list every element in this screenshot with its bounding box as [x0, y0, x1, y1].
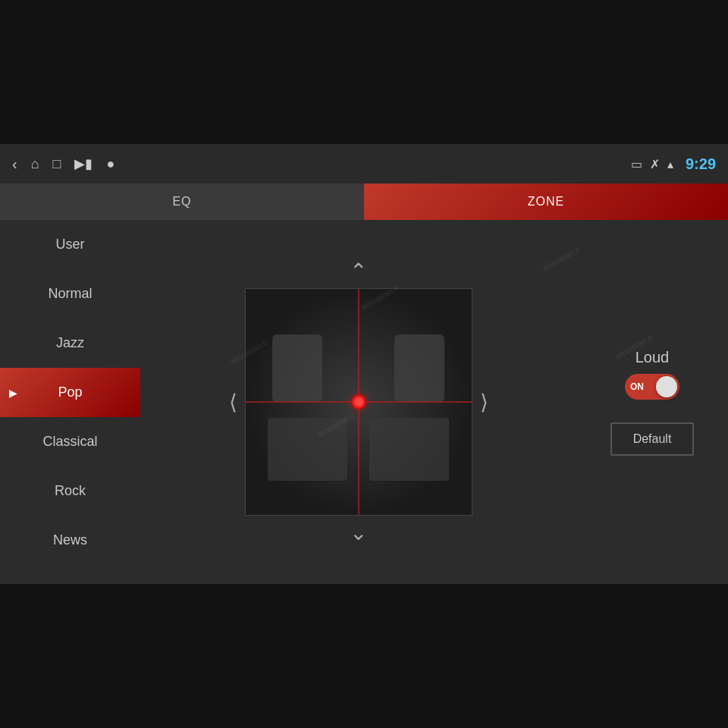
- time-display: 9:29: [686, 155, 716, 173]
- sidebar-label-user: User: [55, 237, 84, 253]
- device-screen: ‹ ⌂ □ ▶▮ ● ▭ ✗ ▴ 9:29 EQ ZONE User: [0, 144, 728, 584]
- default-button[interactable]: Default: [610, 422, 694, 456]
- cast-icon: ▭: [631, 157, 642, 171]
- sidebar-label-jazz: Jazz: [56, 335, 84, 351]
- bluetooth-icon: ✗: [650, 157, 660, 171]
- wifi-icon: ▴: [667, 157, 673, 171]
- loud-section: Loud ON: [625, 349, 679, 400]
- car-interior: [246, 289, 472, 515]
- up-arrow-button[interactable]: ⌃: [350, 259, 367, 284]
- tab-zone[interactable]: ZONE: [364, 184, 728, 220]
- sidebar-item-news[interactable]: News: [0, 516, 140, 565]
- right-arrow-button[interactable]: ⟩: [480, 390, 488, 415]
- sidebar-label-rock: Rock: [55, 483, 86, 499]
- center-content: ⌃ ⟨: [140, 220, 576, 584]
- sidebar-item-jazz[interactable]: Jazz: [0, 318, 140, 368]
- toggle-on-label: ON: [630, 381, 644, 392]
- outer-wrapper: ‹ ⌂ □ ▶▮ ● ▭ ✗ ▴ 9:29 EQ ZONE User: [0, 0, 728, 728]
- seat-front-left: [272, 334, 322, 402]
- seat-rear-right: [369, 418, 448, 481]
- sidebar-item-classical[interactable]: Classical: [0, 417, 140, 466]
- main-content: User Normal Jazz ▶ Pop Classical Rock: [0, 220, 728, 584]
- tab-bar: EQ ZONE: [0, 184, 728, 220]
- left-arrow-button[interactable]: ⟨: [229, 390, 237, 415]
- sidebar-label-pop: Pop: [58, 384, 82, 400]
- camera-icon[interactable]: ▶▮: [74, 155, 93, 172]
- status-right: ▭ ✗ ▴ 9:29: [631, 155, 716, 173]
- toggle-knob: [656, 376, 677, 397]
- sidebar-item-normal[interactable]: Normal: [0, 269, 140, 318]
- loud-toggle[interactable]: ON: [625, 374, 679, 400]
- seat-rear-left: [268, 418, 347, 481]
- loud-label: Loud: [635, 349, 670, 366]
- right-panel: Loud ON Default wincairan.ir wincairan.i…: [576, 220, 728, 584]
- bag-icon[interactable]: ●: [106, 156, 115, 172]
- home-icon[interactable]: ⌂: [31, 156, 39, 172]
- sidebar-label-classical: Classical: [42, 434, 97, 450]
- seat-front-right: [394, 334, 444, 402]
- sidebar-label-news: News: [53, 532, 87, 548]
- play-indicator-icon: ▶: [9, 387, 17, 399]
- tab-eq[interactable]: EQ: [0, 184, 364, 220]
- zone-row: ⟨ ⟩: [229, 288, 488, 516]
- sidebar-item-pop[interactable]: ▶ Pop: [0, 368, 140, 417]
- windows-icon[interactable]: □: [53, 156, 61, 172]
- down-arrow-button[interactable]: ⌄: [350, 520, 367, 545]
- car-zone-box[interactable]: [245, 288, 472, 516]
- sidebar-item-rock[interactable]: Rock: [0, 466, 140, 516]
- crosshair-dot: [351, 394, 366, 410]
- status-bar: ‹ ⌂ □ ▶▮ ● ▭ ✗ ▴ 9:29: [0, 144, 728, 184]
- sidebar: User Normal Jazz ▶ Pop Classical Rock: [0, 220, 140, 584]
- back-icon[interactable]: ‹: [12, 155, 17, 173]
- sidebar-label-normal: Normal: [48, 286, 92, 302]
- default-button-label: Default: [633, 432, 672, 446]
- nav-icons: ‹ ⌂ □ ▶▮ ●: [12, 155, 631, 173]
- sidebar-item-user[interactable]: User: [0, 220, 140, 269]
